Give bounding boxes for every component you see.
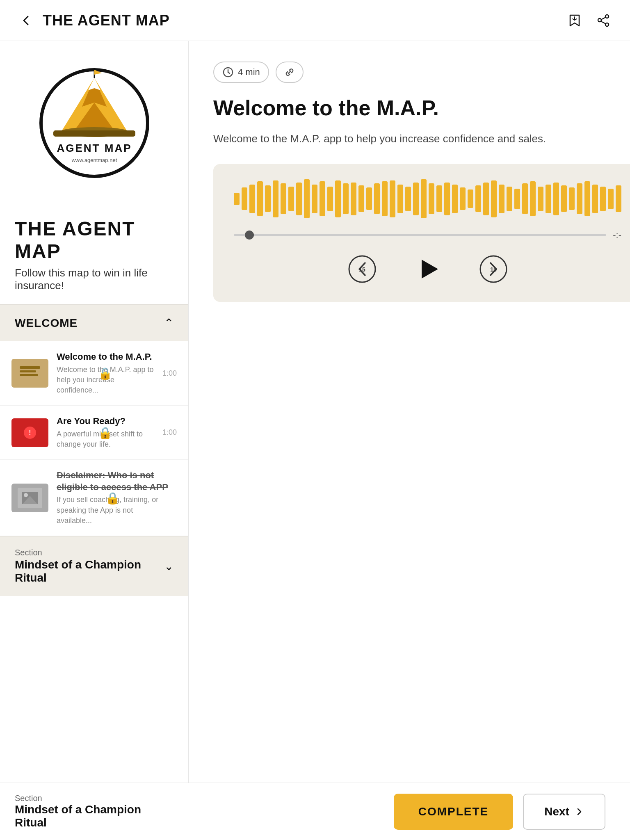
waveform-bar: [265, 185, 271, 212]
waveform-bar: [584, 181, 590, 216]
brand-title: THE AGENT MAP: [15, 217, 173, 262]
next-label: Next: [544, 805, 569, 818]
lesson-3-thumb: [11, 484, 48, 512]
waveform-bar: [608, 189, 614, 209]
waveform-bar: [320, 181, 325, 216]
play-button[interactable]: [411, 253, 444, 285]
lesson-2-info: Are You Ready? A powerful mindset shift …: [57, 415, 154, 450]
duration-text: 4 min: [238, 67, 260, 78]
brand-subtitle: Follow this map to win in life insurance…: [15, 267, 173, 292]
link-badge[interactable]: [276, 62, 304, 83]
lesson-3-info: Disclaimer: Who is not eligible to acces…: [57, 470, 169, 526]
lock-icon: 🔒: [98, 367, 112, 380]
waveform-bar: [390, 180, 395, 217]
waveform-bar: [436, 185, 442, 212]
progress-thumb[interactable]: [245, 231, 254, 240]
lesson-2-thumb: !: [11, 418, 48, 447]
back-button[interactable]: [16, 11, 36, 30]
waveform-bar: [429, 183, 434, 214]
rewind-icon: 15: [348, 255, 377, 283]
waveform-bar: [242, 187, 247, 210]
waveform-bar: [538, 187, 543, 211]
waveform-bar: [358, 185, 364, 212]
bottom-right-actions: COMPLETE Next: [189, 794, 630, 830]
lesson-item[interactable]: ! Are You Ready? A powerful mindset shif…: [0, 406, 188, 460]
welcome-accordion-title: WELCOME: [15, 317, 78, 330]
progress-track[interactable]: [234, 234, 606, 236]
brand-title-section: THE AGENT MAP Follow this map to win in …: [0, 205, 188, 296]
waveform-bar: [475, 185, 481, 212]
svg-rect-8: [53, 130, 135, 137]
section2-accordion-header[interactable]: Section Mindset of a Champion Ritual ⌄: [0, 536, 188, 596]
waveform-bar: [257, 181, 263, 216]
content-description: Welcome to the M.A.P. app to help you in…: [213, 130, 630, 148]
next-button[interactable]: Next: [523, 794, 605, 830]
svg-point-20: [24, 493, 28, 497]
waveform-bar: [249, 185, 255, 213]
time-remaining: -:-: [613, 230, 621, 240]
waveform: [234, 180, 621, 217]
bottom-bar: Section Mindset of a Champion Ritual COM…: [0, 783, 630, 840]
svg-rect-13: [20, 370, 36, 372]
bottom-section-label: Section: [15, 794, 174, 803]
svg-rect-11: [18, 363, 42, 383]
waveform-bar: [592, 185, 598, 213]
lesson-1-thumb: [11, 359, 48, 388]
waveform-bar: [413, 183, 419, 215]
waveform-bar: [530, 181, 536, 216]
waveform-bar: [288, 187, 294, 211]
rewind-15-button[interactable]: 15: [346, 253, 379, 285]
svg-text:!: !: [29, 429, 31, 436]
next-arrow-icon: [574, 807, 584, 817]
waveform-bar: [616, 185, 621, 212]
welcome-chevron-icon: ⌃: [164, 316, 173, 330]
content-title: Welcome to the M.A.P.: [213, 95, 630, 121]
svg-marker-25: [422, 260, 438, 278]
brand-logo: AGENT MAP www.agentmap.net: [33, 66, 156, 189]
lesson-2-duration: 1:00: [162, 428, 177, 437]
waveform-bar: [561, 185, 567, 212]
header-left: THE AGENT MAP: [16, 11, 170, 30]
waveform-bar: [281, 183, 286, 214]
waveform-bar: [514, 189, 520, 209]
svg-text:www.agentmap.net: www.agentmap.net: [71, 157, 117, 163]
left-panel: AGENT MAP www.agentmap.net THE AGENT MAP…: [0, 41, 189, 783]
lesson-item[interactable]: Welcome to the M.A.P. Welcome to the M.A…: [0, 341, 188, 406]
lesson-list: Welcome to the M.A.P. Welcome to the M.A…: [0, 341, 188, 536]
waveform-bar: [522, 183, 528, 214]
duration-badge: 4 min: [213, 62, 269, 83]
waveform-bar: [468, 189, 473, 208]
lock-3-icon: 🔒: [105, 491, 120, 504]
play-icon: [413, 255, 442, 283]
header: THE AGENT MAP: [0, 0, 630, 41]
lesson-item[interactable]: Disclaimer: Who is not eligible to acces…: [0, 460, 188, 536]
bottom-section-name: Mindset of a Champion Ritual: [15, 803, 174, 829]
link-icon: [284, 66, 295, 78]
waveform-bar: [366, 187, 372, 210]
lock-2-icon: 🔒: [98, 426, 112, 439]
waveform-bar: [405, 187, 411, 211]
lesson-3-title: Disclaimer: Who is not eligible to acces…: [57, 470, 169, 493]
waveform-bar: [351, 183, 356, 215]
waveform-bar: [577, 183, 582, 214]
waveform-bar: [546, 185, 551, 213]
svg-text:15: 15: [359, 266, 365, 273]
waveform-bar: [273, 180, 278, 217]
waveform-bar: [491, 180, 497, 217]
share-button[interactable]: [593, 10, 614, 31]
logo-area: AGENT MAP www.agentmap.net: [0, 41, 188, 205]
bookmark-button[interactable]: [564, 10, 585, 31]
bottom-left-section: Section Mindset of a Champion Ritual: [0, 794, 189, 829]
waveform-bar: [421, 179, 427, 218]
complete-button[interactable]: COMPLETE: [394, 794, 514, 830]
lesson-1-duration: 1:00: [162, 369, 177, 378]
waveform-bar: [460, 187, 466, 210]
welcome-accordion-header[interactable]: WELCOME ⌃: [0, 304, 188, 341]
waveform-bar: [553, 183, 559, 215]
svg-rect-14: [20, 374, 38, 376]
forward-15-button[interactable]: 15: [477, 253, 510, 285]
clock-icon: [222, 66, 234, 78]
svg-rect-12: [20, 366, 40, 369]
welcome-accordion: WELCOME ⌃ Welcome to the M.A.P. Welcome …: [0, 304, 188, 596]
svg-text:15: 15: [490, 266, 497, 273]
